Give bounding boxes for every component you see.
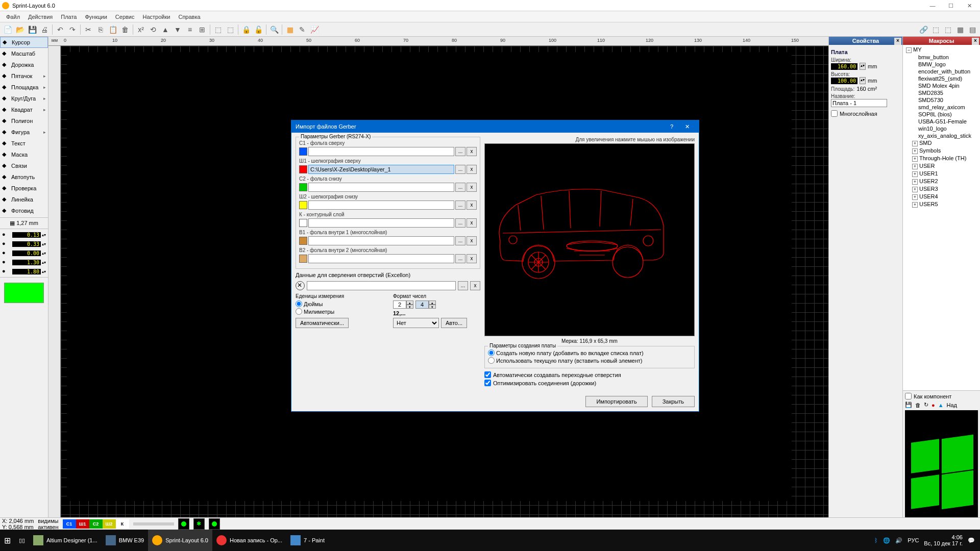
close-icon[interactable]: × <box>972 38 979 45</box>
macro-item[interactable]: encoder_with_button <box>904 68 979 75</box>
layer-file-2[interactable] <box>308 183 454 192</box>
height-input[interactable]: 100.00 <box>831 78 857 84</box>
clear-button[interactable]: x <box>467 165 477 174</box>
create-new-radio[interactable] <box>488 349 495 356</box>
import-button[interactable]: Импортировать <box>585 396 647 407</box>
multilayer-checkbox[interactable] <box>831 110 838 117</box>
tool-Фигура[interactable]: ◆Фигура▸ <box>0 127 48 138</box>
browse-button[interactable]: ... <box>455 201 465 210</box>
delete-icon[interactable]: 🗑 <box>915 402 921 408</box>
tool-Квадрат[interactable]: ◆Квадрат▸ <box>0 104 48 115</box>
macros-tree[interactable]: −MY bmw_buttonBMW_logoencoder_with_butto… <box>903 45 980 390</box>
macro-item[interactable]: SMD5730 <box>904 96 979 104</box>
menu-settings[interactable]: Настройки <box>139 14 175 20</box>
search-icon[interactable]: 🔍 <box>268 24 280 35</box>
tool-Текст[interactable]: ◆Текст <box>0 138 48 149</box>
browse-button[interactable]: ... <box>455 218 465 228</box>
color-picker[interactable] <box>4 283 44 303</box>
macro-folder[interactable]: +USER <box>904 162 979 170</box>
dot-icon[interactable]: ● <box>932 402 935 408</box>
tool-Фотовид[interactable]: ◆Фотовид <box>0 205 48 216</box>
misc2-icon[interactable]: ⬚ <box>942 24 953 35</box>
tool-Дорожка[interactable]: ◆Дорожка <box>0 59 48 70</box>
browse-button[interactable]: ... <box>458 281 468 290</box>
layer-К[interactable]: К <box>116 519 129 529</box>
task-opera[interactable]: Новая запись - Op... <box>212 530 286 551</box>
browse-button[interactable]: ... <box>455 147 465 156</box>
clear-button[interactable]: x <box>467 147 477 156</box>
browse-button[interactable]: ... <box>455 254 465 263</box>
tool-Проверка[interactable]: ◆Проверка <box>0 183 48 194</box>
macro-item[interactable]: SMD Molex 4pin <box>904 82 979 89</box>
macro-folder[interactable]: +USER5 <box>904 201 979 208</box>
flipv-icon[interactable]: ▼ <box>172 24 183 35</box>
layer-file-4[interactable] <box>308 218 454 228</box>
rotate-icon[interactable]: ⟲ <box>148 24 159 35</box>
browse-button[interactable]: ... <box>455 183 465 192</box>
browse-button[interactable]: ... <box>455 236 465 245</box>
spin-3[interactable]: 1.30 <box>12 260 41 265</box>
menu-service[interactable]: Сервис <box>111 14 139 20</box>
slider[interactable] <box>133 522 174 525</box>
indicator-2[interactable]: ✱ <box>193 518 205 530</box>
auto-detect-button[interactable]: Автоматически... <box>296 318 349 328</box>
task-sprint[interactable]: Sprint-Layout 6.0 <box>148 530 212 551</box>
macro-item[interactable]: BMW_logo <box>904 61 979 68</box>
macro-folder[interactable]: +SMD <box>904 139 979 147</box>
browse-button[interactable]: ... <box>455 165 465 174</box>
macro-item[interactable]: flexiwatt25_(smd) <box>904 75 979 82</box>
edit-icon[interactable]: ✎ <box>297 24 308 35</box>
delete-icon[interactable]: 🗑 <box>119 24 131 35</box>
misc3-icon[interactable]: ▦ <box>954 24 966 35</box>
start-button[interactable]: ⊞ <box>0 530 15 551</box>
macro-folder[interactable]: +USER4 <box>904 193 979 201</box>
optimize-checkbox[interactable] <box>484 380 491 386</box>
open-icon[interactable]: 📂 <box>14 24 26 35</box>
macro-item[interactable]: SMD2835 <box>904 89 979 96</box>
group-icon[interactable]: ⬚ <box>212 24 224 35</box>
clock[interactable]: 4:06Вс, 10 дек 17 г. <box>924 534 963 546</box>
fliph-icon[interactable]: ▲ <box>160 24 171 35</box>
drill-file-input[interactable] <box>307 281 456 290</box>
help-button[interactable]: ? <box>664 123 679 130</box>
menu-file[interactable]: Файл <box>2 14 24 20</box>
clear-button[interactable]: x <box>467 201 477 210</box>
clear-button[interactable]: x <box>467 254 477 263</box>
tool-icon[interactable]: x² <box>135 24 146 35</box>
misc1-icon[interactable]: ⬚ <box>930 24 941 35</box>
snap-icon[interactable]: ⊞ <box>197 24 208 35</box>
spin-1[interactable]: 0.33 <box>12 241 41 247</box>
close-dialog-button[interactable]: Закрыть <box>652 396 695 407</box>
menu-actions[interactable]: Действия <box>24 14 57 20</box>
tool-Автопуть[interactable]: ◆Автопуть <box>0 171 48 183</box>
fmt-b-input[interactable] <box>415 300 429 309</box>
indicator-3[interactable] <box>209 518 220 530</box>
spin-0[interactable]: 0.13 <box>12 232 41 238</box>
close-icon[interactable]: × <box>894 38 901 45</box>
dialog-close-button[interactable]: ✕ <box>679 123 695 130</box>
tool-Масштаб[interactable]: ◆Масштаб <box>0 48 48 59</box>
notifications-icon[interactable]: 💬 <box>968 537 975 544</box>
spin-4[interactable]: 1.80 <box>12 269 41 274</box>
clear-button[interactable]: x <box>467 236 477 245</box>
tool-Связи[interactable]: ◆Связи <box>0 160 48 171</box>
lang-indicator[interactable]: РУС <box>908 537 919 543</box>
redo-icon[interactable]: ↷ <box>67 24 78 35</box>
link-icon[interactable]: 🔗 <box>918 24 929 35</box>
auto-format-button[interactable]: Авто... <box>441 318 467 328</box>
macro-item[interactable]: xy_axis_analog_stick <box>904 132 979 139</box>
minimize-button[interactable]: — <box>924 1 941 11</box>
unlock-icon[interactable]: 🔓 <box>253 24 264 35</box>
print-icon[interactable]: 🖨 <box>39 24 50 35</box>
chart-icon[interactable]: 📈 <box>309 24 320 35</box>
indicator-1[interactable] <box>178 518 189 530</box>
task-altium[interactable]: Altium Designer (1... <box>29 530 102 551</box>
tool-Пятачок[interactable]: ◆Пятачок▸ <box>0 70 48 82</box>
task-bmw[interactable]: BMW E39 <box>102 530 149 551</box>
macro-item[interactable]: bmw_button <box>904 54 979 61</box>
auto-vias-checkbox[interactable] <box>484 371 491 378</box>
taskview-button[interactable]: ▯▯ <box>15 530 29 551</box>
close-button[interactable]: ✕ <box>961 1 978 11</box>
macro-folder[interactable]: +Through-Hole (TH) <box>904 155 979 162</box>
layer-file-5[interactable] <box>308 236 454 245</box>
